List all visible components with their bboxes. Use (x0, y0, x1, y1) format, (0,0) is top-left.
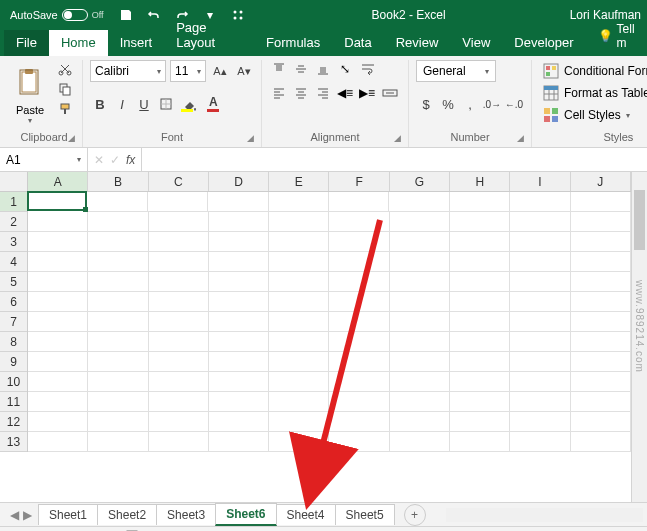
cell[interactable] (149, 372, 209, 392)
cell[interactable] (148, 192, 208, 212)
cell[interactable] (149, 312, 209, 332)
cell[interactable] (28, 412, 88, 432)
cell[interactable] (450, 292, 510, 312)
cell[interactable] (510, 332, 570, 352)
cell[interactable] (510, 352, 570, 372)
cell[interactable] (209, 412, 269, 432)
number-launcher-icon[interactable]: ◢ (517, 133, 524, 143)
number-format-combo[interactable]: General▾ (416, 60, 496, 82)
cell[interactable] (510, 432, 570, 452)
cell[interactable] (329, 432, 389, 452)
row-header[interactable]: 8 (0, 332, 27, 352)
row-header[interactable]: 10 (0, 372, 27, 392)
accounting-format-icon[interactable]: $ (416, 94, 436, 114)
cancel-formula-icon[interactable]: ✕ (94, 153, 104, 167)
cell[interactable] (390, 312, 450, 332)
cut-icon[interactable] (55, 60, 75, 78)
cell[interactable] (88, 312, 148, 332)
cell[interactable] (390, 392, 450, 412)
cell[interactable] (450, 272, 510, 292)
cell[interactable] (571, 252, 631, 272)
cell[interactable] (571, 292, 631, 312)
col-header[interactable]: G (390, 172, 450, 191)
cell[interactable] (329, 272, 389, 292)
row-header[interactable]: 1 (0, 192, 27, 212)
cell[interactable] (510, 192, 570, 212)
fill-color-button[interactable] (178, 94, 202, 114)
cell[interactable] (149, 272, 209, 292)
cell[interactable] (209, 212, 269, 232)
cell[interactable] (269, 352, 329, 372)
cell[interactable] (390, 292, 450, 312)
cell[interactable] (390, 232, 450, 252)
cell[interactable] (88, 412, 148, 432)
cell[interactable] (510, 372, 570, 392)
cell[interactable] (329, 372, 389, 392)
col-header[interactable]: H (450, 172, 510, 191)
cells-area[interactable] (28, 192, 631, 502)
cell[interactable] (88, 332, 148, 352)
row-header[interactable]: 9 (0, 352, 27, 372)
sheet-tab[interactable]: Sheet3 (156, 504, 216, 525)
cell[interactable] (28, 252, 88, 272)
cell[interactable] (390, 252, 450, 272)
cell[interactable] (571, 412, 631, 432)
align-top-icon[interactable] (269, 60, 289, 78)
cell[interactable] (269, 292, 329, 312)
col-header[interactable]: F (329, 172, 389, 191)
cell[interactable] (329, 292, 389, 312)
tab-page-layout[interactable]: Page Layout (164, 15, 254, 56)
cell[interactable] (450, 392, 510, 412)
formula-input[interactable] (142, 148, 647, 171)
format-painter-icon[interactable] (55, 100, 75, 118)
cell[interactable] (88, 232, 148, 252)
sheet-tab[interactable]: Sheet2 (97, 504, 157, 525)
cell[interactable] (329, 332, 389, 352)
row-header[interactable]: 12 (0, 412, 27, 432)
cell[interactable] (88, 432, 148, 452)
cell-styles-button[interactable]: Cell Styles▾ (539, 104, 647, 126)
cell[interactable] (389, 192, 449, 212)
cell[interactable] (510, 212, 570, 232)
row-header[interactable]: 11 (0, 392, 27, 412)
autosave-toggle[interactable]: AutoSave Off (6, 9, 108, 21)
cell[interactable] (329, 352, 389, 372)
cell[interactable] (88, 392, 148, 412)
cell[interactable] (149, 352, 209, 372)
cell[interactable] (88, 292, 148, 312)
cell[interactable] (329, 212, 389, 232)
cell[interactable] (571, 272, 631, 292)
save-icon[interactable] (116, 5, 136, 25)
cell[interactable] (269, 192, 329, 212)
row-header[interactable]: 2 (0, 212, 27, 232)
font-name-combo[interactable]: Calibri▾ (90, 60, 166, 82)
cell[interactable] (450, 432, 510, 452)
cell[interactable] (510, 292, 570, 312)
comma-format-icon[interactable]: , (460, 94, 480, 114)
cell[interactable] (28, 352, 88, 372)
cell[interactable] (209, 312, 269, 332)
cell[interactable] (571, 212, 631, 232)
cell[interactable] (269, 272, 329, 292)
cell[interactable] (450, 212, 510, 232)
sheet-tab-active[interactable]: Sheet6 (215, 503, 276, 526)
undo-icon[interactable] (144, 5, 164, 25)
enter-formula-icon[interactable]: ✓ (110, 153, 120, 167)
cell[interactable] (390, 352, 450, 372)
cell[interactable] (450, 232, 510, 252)
col-header[interactable]: B (88, 172, 148, 191)
font-launcher-icon[interactable]: ◢ (247, 133, 254, 143)
cell[interactable] (269, 332, 329, 352)
cell[interactable] (208, 192, 268, 212)
name-box[interactable]: A1▾ (0, 148, 88, 171)
underline-button[interactable]: U (134, 94, 154, 114)
cell[interactable] (269, 212, 329, 232)
cell[interactable] (28, 312, 88, 332)
cell[interactable] (149, 412, 209, 432)
alignment-launcher-icon[interactable]: ◢ (394, 133, 401, 143)
cell[interactable] (450, 412, 510, 432)
fx-icon[interactable]: fx (126, 153, 135, 167)
cell[interactable] (209, 352, 269, 372)
col-header[interactable]: E (269, 172, 329, 191)
percent-format-icon[interactable]: % (438, 94, 458, 114)
